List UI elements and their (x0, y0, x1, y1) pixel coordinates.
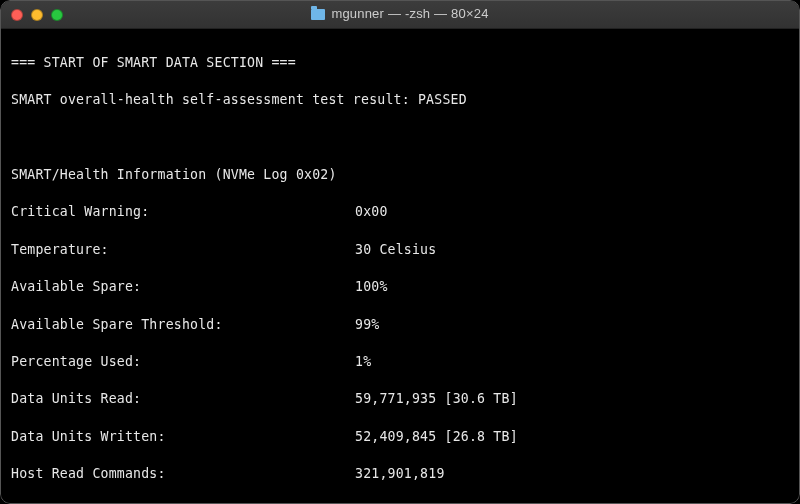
field-row: Data Units Written:52,409,845 [26.8 TB] (11, 428, 789, 447)
field-row: Temperature:30 Celsius (11, 241, 789, 260)
field-row: Available Spare:100% (11, 278, 789, 297)
field-value: 321,901,819 (355, 465, 445, 484)
field-label: Data Units Read: (11, 390, 355, 409)
field-label: Temperature: (11, 241, 355, 260)
folder-icon (311, 9, 325, 20)
terminal-window: mgunner — -zsh — 80×24 === START OF SMAR… (0, 0, 800, 504)
field-label: Host Read Commands: (11, 465, 355, 484)
field-row: Host Read Commands:321,901,819 (11, 465, 789, 484)
field-label: Available Spare Threshold: (11, 316, 355, 335)
minimize-icon[interactable] (31, 9, 43, 21)
section-header: === START OF SMART DATA SECTION === (11, 54, 789, 73)
field-label: Available Spare: (11, 278, 355, 297)
traffic-lights (11, 9, 63, 21)
health-line: SMART overall-health self-assessment tes… (11, 91, 789, 110)
field-label: Percentage Used: (11, 353, 355, 372)
field-value: 52,409,845 [26.8 TB] (355, 428, 518, 447)
field-value: 100% (355, 278, 388, 297)
field-row: Available Spare Threshold:99% (11, 316, 789, 335)
close-icon[interactable] (11, 9, 23, 21)
field-value: 30 Celsius (355, 241, 436, 260)
window-title: mgunner — -zsh — 80×24 (1, 5, 799, 24)
titlebar: mgunner — -zsh — 80×24 (1, 1, 799, 29)
zoom-icon[interactable] (51, 9, 63, 21)
window-title-text: mgunner — -zsh — 80×24 (331, 5, 488, 24)
field-row: Data Units Read:59,771,935 [30.6 TB] (11, 390, 789, 409)
field-value: 59,771,935 [30.6 TB] (355, 390, 518, 409)
terminal-body[interactable]: === START OF SMART DATA SECTION === SMAR… (1, 29, 799, 504)
field-value: 99% (355, 316, 379, 335)
blank-line (11, 129, 789, 148)
field-value: 0x00 (355, 203, 388, 222)
info-header: SMART/Health Information (NVMe Log 0x02) (11, 166, 789, 185)
field-row: Critical Warning:0x00 (11, 203, 789, 222)
field-label: Critical Warning: (11, 203, 355, 222)
field-row: Percentage Used:1% (11, 353, 789, 372)
field-value: 1% (355, 353, 371, 372)
field-label: Data Units Written: (11, 428, 355, 447)
